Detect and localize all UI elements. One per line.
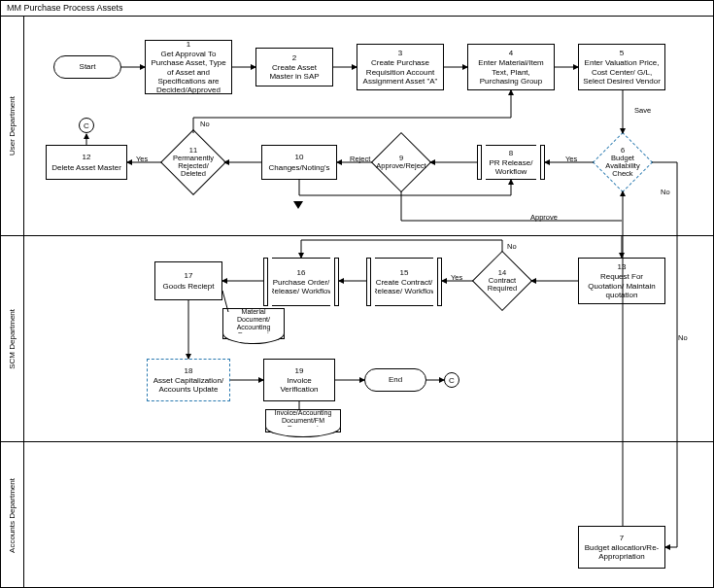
lane-accounts: Accounts Department 7Budget allocation/R… (1, 442, 714, 588)
lane-user: User Department Start 1Get Approval To P… (1, 17, 714, 236)
connector-c-bottom: C (444, 372, 459, 388)
node-4: 4Enter Material/Item Text, Plant, Purcha… (467, 44, 555, 90)
node-idoc: Invoice/Accounting Document/FM Document (265, 409, 341, 432)
node-11: 11Permanently Rejected/ Deleted (170, 139, 217, 186)
node-13: 13Request For Quotation/ Maintain quotat… (578, 258, 665, 304)
lane-scm: SCM Department 13Request For Quotation/ … (1, 236, 714, 442)
label-yes-11: Yes (135, 155, 149, 163)
label-yes-14: Yes (450, 273, 463, 282)
label-save: Save (633, 106, 652, 115)
swimlanes: User Department Start 1Get Approval To P… (1, 17, 714, 588)
node-2: 2Create Asset Master in SAP (255, 48, 333, 86)
label-no-11: No (199, 120, 211, 128)
page-title: MM Purchase Process Assets (1, 1, 713, 17)
node-14: 14Contract Required (481, 259, 524, 302)
label-no-6: No (660, 188, 671, 196)
node-7: 7Budget allocation/Re-Appropriation (578, 526, 665, 569)
lane-label-user: User Department (1, 17, 24, 235)
feedback-arrowhead (293, 201, 303, 209)
connector-c-top: C (79, 118, 94, 133)
node-1: 1Get Approval To Purchase Asset, Type of… (145, 40, 232, 94)
node-9: 9Approve/Reject (380, 141, 423, 184)
label-reject: Reject (349, 155, 371, 163)
label-approve: Approve (529, 213, 559, 222)
node-6: 6Budget Availability Check (601, 141, 644, 184)
node-10: 10Changes/Noting's (261, 145, 337, 180)
label-yes-6: Yes (564, 155, 578, 163)
node-end: End (364, 368, 426, 392)
diagram-page: MM Purchase Process Assets User Departme… (0, 0, 714, 588)
label-no-7loop: No (677, 333, 689, 342)
node-5: 5Enter Valuation Price, Cost Center/ G/L… (578, 44, 665, 90)
lane-label-accounts: Accounts Department (1, 442, 24, 588)
label-no-14: No (506, 242, 518, 251)
node-12: 12Delete Asset Master (46, 145, 127, 180)
lane-label-scm: SCM Department (1, 236, 24, 441)
node-15: 15Create Contract/ Release/ Workflow (366, 258, 442, 306)
node-start: Start (53, 55, 121, 79)
node-18: 18Asset Capitalization/ Accounts Update (147, 359, 230, 401)
node-3: 3Create Purchase Requisition Account Ass… (357, 44, 444, 90)
node-19: 19Invoice Verification (263, 359, 335, 401)
node-8: 8PR Release/ Workflow (477, 145, 545, 180)
node-16: 16Purchase Order/ Release/ Workflow (263, 258, 339, 306)
node-mdoc: Material Document/ Accounting Document (222, 308, 285, 339)
node-17: 17Goods Reciept (154, 261, 222, 300)
